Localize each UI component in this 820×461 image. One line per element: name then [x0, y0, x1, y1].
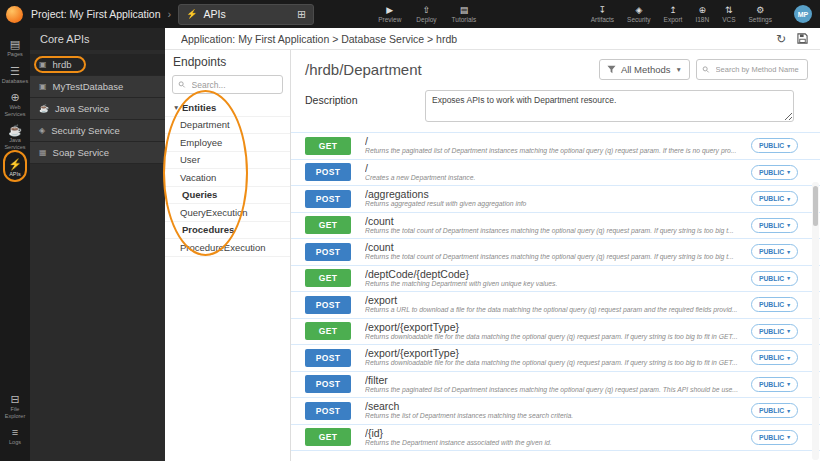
api-endpoint-row[interactable]: GET /count Returns the total count of De…	[291, 213, 820, 240]
rail-item-java-services[interactable]: ☕ Java Services	[0, 124, 30, 150]
access-badge[interactable]: PUBLIC ▾	[751, 403, 798, 418]
method-search-input[interactable]	[714, 64, 802, 75]
refresh-icon[interactable]: ↻	[776, 33, 786, 45]
topbar-action-artifacts[interactable]: ↧ Artifacts	[591, 5, 614, 24]
endpoint-path: /	[365, 162, 743, 174]
methods-filter-label: All Methods	[621, 64, 671, 75]
topbar-action-vcs[interactable]: ⇅ VCS	[722, 5, 735, 24]
api-endpoint-row[interactable]: GET /deptCode/{deptCode} Returns the mat…	[291, 266, 820, 293]
access-badge[interactable]: PUBLIC ▾	[751, 191, 798, 206]
access-badge[interactable]: PUBLIC ▾	[751, 350, 798, 365]
access-badge[interactable]: PUBLIC ▾	[751, 324, 798, 339]
endpoint-tree-item[interactable]: QueryExecution	[165, 204, 290, 222]
api-endpoint-row[interactable]: POST /count Returns the total count of D…	[291, 239, 820, 266]
access-label: PUBLIC	[759, 169, 784, 176]
rail-item-file-explorer[interactable]: ⊟ File Explorer	[0, 393, 30, 419]
breadcrumb: Application: My First Application > Data…	[181, 33, 765, 45]
tree-item-label: Procedures	[182, 224, 234, 235]
topbar-action-tutorials[interactable]: ▤ Tutorials	[452, 5, 477, 24]
rail-item-icon: ⚡	[8, 158, 22, 170]
scrollbar-thumb[interactable]	[813, 186, 818, 226]
rail-item-web-services[interactable]: ⊕ Web Services	[0, 91, 30, 117]
tree-item-label: QueryExecution	[180, 207, 248, 218]
action-icon: ▶	[386, 5, 393, 15]
access-label: PUBLIC	[759, 275, 784, 282]
endpoint-description: Returns downloadable file for the data m…	[365, 359, 743, 368]
save-icon[interactable]	[797, 33, 808, 44]
access-badge[interactable]: PUBLIC ▾	[751, 377, 798, 392]
access-badge[interactable]: PUBLIC ▾	[751, 138, 798, 153]
rail-item-apis[interactable]: ⚡ APIs	[0, 158, 30, 178]
access-badge[interactable]: PUBLIC ▾	[751, 430, 798, 445]
sidebar-item-hrdb[interactable]: ▣ hrdb	[30, 54, 165, 76]
chevron-down-icon: ▾	[787, 408, 790, 414]
rail-item-icon: ▤	[10, 38, 20, 50]
api-endpoint-row[interactable]: GET / Returns the paginated list of Depa…	[291, 133, 820, 160]
api-endpoint-row[interactable]: POST /search Returns the list of Departm…	[291, 398, 820, 425]
access-badge[interactable]: PUBLIC ▾	[751, 218, 798, 233]
topbar-action-export[interactable]: ↥ Export	[664, 5, 683, 24]
topbar-action-i18n[interactable]: ⊕ I18N	[695, 5, 709, 24]
api-endpoint-row[interactable]: POST /export/{exportType} Returns downlo…	[291, 345, 820, 372]
rail-item-pages[interactable]: ▤ Pages	[0, 38, 30, 58]
endpoints-search-input[interactable]	[190, 79, 277, 91]
tab-apis[interactable]: ⚡ APIs ⊞	[178, 4, 314, 25]
sidebar-item-java-service[interactable]: ☕ Java Service	[30, 98, 165, 120]
endpoint-tree-item[interactable]: Employee	[165, 134, 290, 152]
api-endpoint-row[interactable]: POST /export Returns a URL to download a…	[291, 292, 820, 319]
access-badge[interactable]: PUBLIC ▾	[751, 165, 798, 180]
rail-item-label: Databases	[2, 78, 28, 85]
method-badge: POST	[305, 243, 351, 261]
description-textarea[interactable]: Exposes APIs to work with Department res…	[425, 90, 794, 122]
sidebar-item-soap-service[interactable]: ▦ Soap Service	[30, 142, 165, 164]
tree-item-label: User	[180, 154, 200, 165]
endpoint-tree-item[interactable]: ▼ Entities	[165, 99, 290, 117]
api-endpoint-row[interactable]: GET /{id} Returns the Department instanc…	[291, 425, 820, 452]
endpoint-tree-item[interactable]: User	[165, 152, 290, 170]
topbar-action-settings[interactable]: ⚙ Settings	[749, 5, 773, 24]
access-badge[interactable]: PUBLIC ▾	[751, 297, 798, 312]
endpoint-tree-item[interactable]: Vacation	[165, 169, 290, 187]
endpoint-path: /export	[365, 294, 743, 306]
endpoint-tree-item[interactable]: Queries	[165, 187, 290, 205]
method-badge: POST	[305, 402, 351, 420]
scrollbar[interactable]	[812, 182, 819, 460]
sidebar-item-security-service[interactable]: ◈ Security Service	[30, 120, 165, 142]
method-badge: POST	[305, 349, 351, 367]
access-label: PUBLIC	[759, 328, 784, 335]
sidebar-item-mytestdatabase[interactable]: ▣ MyTestDatabase	[30, 76, 165, 98]
page-title: /hrdb/Department	[305, 61, 599, 78]
main-header: /hrdb/Department All Methods ▼	[291, 50, 820, 88]
chevron-down-icon: ▾	[787, 169, 790, 175]
rail-item-logs[interactable]: ≡ Logs	[0, 426, 30, 446]
methods-filter-dropdown[interactable]: All Methods ▼	[599, 59, 690, 80]
user-avatar[interactable]: MP	[794, 5, 812, 23]
topbar: Project: My First Application › ⚡ APIs ⊞…	[0, 0, 820, 28]
endpoint-info: /{id} Returns the Department instance as…	[365, 427, 743, 448]
endpoint-description: Returns the total count of Department in…	[365, 253, 743, 262]
api-endpoint-row[interactable]: POST /filter Returns the paginated list …	[291, 372, 820, 399]
endpoint-path: /deptCode/{deptCode}	[365, 268, 743, 280]
endpoint-info: /aggregations Returns aggregated result …	[365, 188, 743, 209]
topbar-action-security[interactable]: ◈ Security	[627, 5, 650, 24]
endpoint-tree-item[interactable]: Procedures	[165, 222, 290, 240]
access-badge[interactable]: PUBLIC ▾	[751, 271, 798, 286]
api-endpoint-row[interactable]: POST / Creates a new Department instance…	[291, 160, 820, 187]
app-logo-icon[interactable]	[6, 6, 23, 23]
method-badge: GET	[305, 269, 351, 287]
access-label: PUBLIC	[759, 248, 784, 255]
description-label: Description	[305, 90, 425, 122]
topbar-action-deploy[interactable]: ⇧ Deploy	[416, 5, 436, 24]
grid-icon[interactable]: ⊞	[297, 9, 306, 20]
action-label: I18N	[695, 17, 709, 24]
method-search-box	[696, 59, 808, 80]
api-endpoint-row[interactable]: POST /aggregations Returns aggregated re…	[291, 186, 820, 213]
api-endpoint-row[interactable]: GET /export/{exportType} Returns downloa…	[291, 319, 820, 346]
topbar-action-preview[interactable]: ▶ Preview	[378, 5, 401, 24]
endpoint-tree-item[interactable]: Department	[165, 117, 290, 135]
chevron-down-icon: ▾	[787, 328, 790, 334]
rail-item-databases[interactable]: ☰ Databases	[0, 65, 30, 85]
action-label: Export	[664, 17, 683, 24]
endpoint-tree-item[interactable]: ProcedureExecution	[165, 239, 290, 257]
access-badge[interactable]: PUBLIC ▾	[751, 244, 798, 259]
